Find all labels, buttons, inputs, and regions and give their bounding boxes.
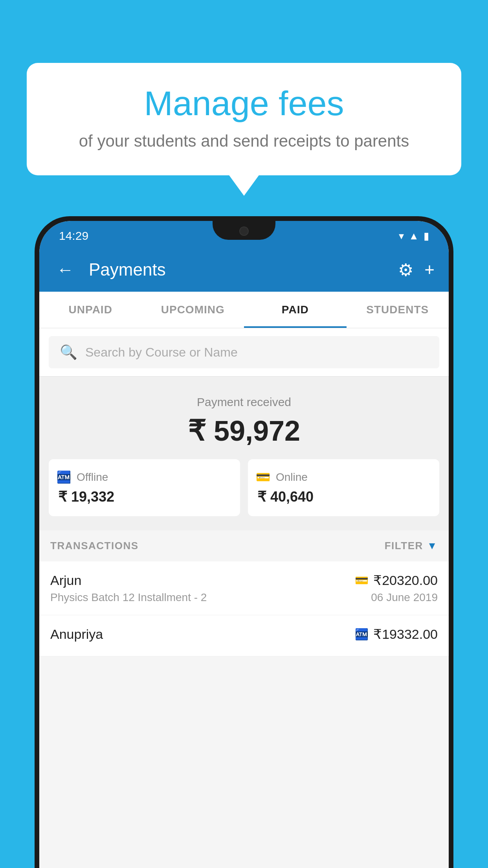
card-payment-icon: 💳	[355, 574, 369, 587]
online-label: Online	[276, 471, 308, 484]
tab-upcoming[interactable]: UPCOMING	[142, 292, 244, 328]
transaction-amount: ₹20320.00	[373, 572, 438, 588]
transactions-header: TRANSACTIONS FILTER ▼	[39, 530, 449, 561]
transactions-label: TRANSACTIONS	[50, 540, 139, 552]
search-bar[interactable]: 🔍 Search by Course or Name	[49, 336, 439, 368]
filter-icon: ▼	[427, 540, 438, 552]
student-name-2: Anupriya	[50, 627, 103, 642]
phone-inner: 14:29 ▾ ▲ ▮ ← Payments ⚙ + UNPAID	[39, 221, 449, 868]
course-info: Physics Batch 12 Installment - 2	[50, 591, 207, 604]
search-input[interactable]: Search by Course or Name	[85, 345, 238, 360]
offline-card: 🏧 Offline ₹ 19,332	[49, 459, 240, 516]
transaction-row[interactable]: Arjun 💳 ₹20320.00 Physics Batch 12 Insta…	[39, 561, 449, 615]
app-bar-title: Payments	[89, 260, 386, 280]
status-icons: ▾ ▲ ▮	[399, 230, 429, 242]
bubble-title: Manage fees	[50, 85, 438, 123]
tabs: UNPAID UPCOMING PAID STUDENTS	[39, 292, 449, 328]
online-amount: ₹ 40,640	[256, 489, 431, 505]
phone-frame: 14:29 ▾ ▲ ▮ ← Payments ⚙ + UNPAID	[35, 216, 453, 868]
battery-icon: ▮	[424, 230, 429, 242]
status-time: 14:29	[59, 229, 88, 243]
wifi-icon: ▾	[399, 230, 404, 242]
screen: 14:29 ▾ ▲ ▮ ← Payments ⚙ + UNPAID	[39, 221, 449, 868]
tab-unpaid[interactable]: UNPAID	[39, 292, 142, 328]
cash-payment-icon: 🏧	[355, 628, 369, 641]
transaction-date: 06 June 2019	[371, 591, 438, 604]
transaction-row[interactable]: Anupriya 🏧 ₹19332.00	[39, 615, 449, 657]
app-bar-actions: ⚙ +	[398, 260, 435, 280]
notch	[213, 221, 275, 240]
transaction-top: Arjun 💳 ₹20320.00	[50, 572, 438, 588]
filter-label: FILTER	[385, 540, 423, 552]
speech-bubble-container: Manage fees of your students and send re…	[27, 63, 461, 175]
transaction-top-2: Anupriya 🏧 ₹19332.00	[50, 626, 438, 642]
payment-label: Payment received	[49, 395, 439, 409]
settings-button[interactable]: ⚙	[398, 260, 413, 280]
bubble-subtitle: of your students and send receipts to pa…	[50, 131, 438, 152]
filter-button[interactable]: FILTER ▼	[385, 540, 438, 552]
back-button[interactable]: ←	[53, 257, 77, 283]
search-container: 🔍 Search by Course or Name	[39, 328, 449, 377]
payment-summary: Payment received ₹ 59,972 🏧 Offline ₹ 19…	[39, 377, 449, 530]
online-icon: 💳	[256, 470, 270, 484]
transaction-bottom: Physics Batch 12 Installment - 2 06 June…	[50, 591, 438, 604]
online-card: 💳 Online ₹ 40,640	[248, 459, 439, 516]
offline-card-header: 🏧 Offline	[57, 470, 232, 484]
online-card-header: 💳 Online	[256, 470, 431, 484]
offline-amount: ₹ 19,332	[57, 489, 232, 505]
app-bar: ← Payments ⚙ +	[39, 248, 449, 292]
transaction-amount-wrap: 💳 ₹20320.00	[355, 572, 438, 588]
signal-icon: ▲	[409, 230, 419, 242]
payment-total: ₹ 59,972	[49, 414, 439, 447]
payment-cards: 🏧 Offline ₹ 19,332 💳 Online ₹ 40,640	[49, 459, 439, 516]
add-button[interactable]: +	[424, 260, 435, 280]
transaction-amount-wrap-2: 🏧 ₹19332.00	[355, 626, 438, 642]
transaction-amount-2: ₹19332.00	[373, 626, 438, 642]
camera	[239, 226, 249, 236]
tab-students[interactable]: STUDENTS	[347, 292, 449, 328]
tab-paid[interactable]: PAID	[244, 292, 347, 328]
speech-bubble: Manage fees of your students and send re…	[27, 63, 461, 175]
search-icon: 🔍	[60, 344, 77, 360]
offline-label: Offline	[77, 471, 108, 484]
offline-icon: 🏧	[57, 470, 71, 484]
student-name: Arjun	[50, 573, 81, 588]
